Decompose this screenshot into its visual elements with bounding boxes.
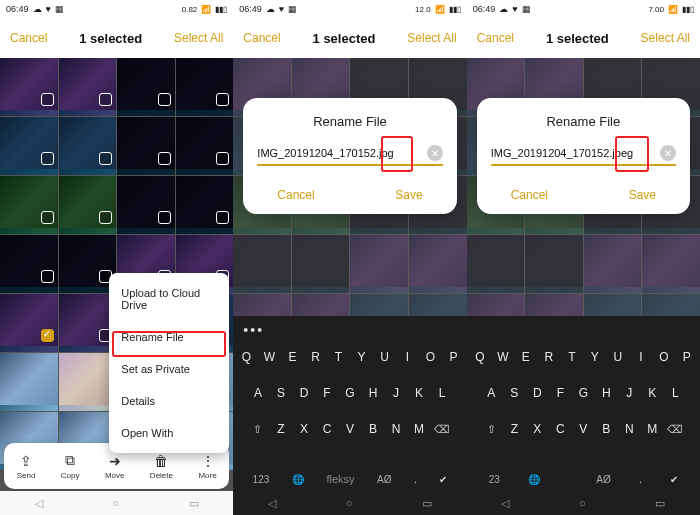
copy-button[interactable]: ⧉Copy [61, 452, 80, 480]
key-enter[interactable]: ✔ [439, 474, 447, 485]
key-h[interactable]: H [361, 378, 384, 408]
key-n[interactable]: N [618, 414, 641, 444]
key-z[interactable]: Z [269, 414, 292, 444]
back-nav[interactable]: ◁ [268, 497, 276, 510]
cancel-button[interactable]: Cancel [243, 31, 280, 45]
key-r[interactable]: R [537, 342, 560, 372]
checkbox[interactable] [99, 211, 112, 224]
modal-cancel-button[interactable]: Cancel [277, 188, 314, 202]
checkbox[interactable] [41, 270, 54, 283]
key-numbers[interactable]: 23 [489, 474, 500, 485]
key-r[interactable]: R [304, 342, 327, 372]
checkbox[interactable] [158, 152, 171, 165]
key-c[interactable]: C [315, 414, 338, 444]
key-enter[interactable]: ✔ [670, 474, 678, 485]
photo-tile[interactable] [117, 176, 175, 234]
key-o[interactable]: O [419, 342, 442, 372]
back-nav[interactable]: ◁ [501, 497, 509, 510]
key-period[interactable]: . [414, 474, 417, 485]
select-all-button[interactable]: Select All [641, 31, 690, 45]
move-button[interactable]: ➜Move [105, 453, 125, 480]
key-v[interactable]: V [572, 414, 595, 444]
recent-nav[interactable]: ▭ [422, 497, 432, 510]
key-b[interactable]: B [361, 414, 384, 444]
home-nav[interactable]: ○ [112, 497, 119, 509]
key-a[interactable]: A [246, 378, 269, 408]
photo-tile[interactable] [117, 58, 175, 116]
photo-tile[interactable] [59, 117, 117, 175]
recent-nav[interactable]: ▭ [655, 497, 665, 510]
select-all-button[interactable]: Select All [174, 31, 223, 45]
key-e[interactable]: E [281, 342, 304, 372]
key-k[interactable]: K [407, 378, 430, 408]
key-y[interactable]: Y [583, 342, 606, 372]
photo-tile[interactable] [59, 235, 117, 293]
key-m[interactable]: M [407, 414, 430, 444]
key-i[interactable]: I [396, 342, 419, 372]
photo-tile[interactable] [59, 176, 117, 234]
checkbox[interactable] [158, 211, 171, 224]
menu-details[interactable]: Details [109, 385, 229, 417]
key-numbers[interactable]: 123 [253, 474, 270, 485]
send-button[interactable]: ⇪Send [17, 453, 36, 480]
photo-tile[interactable] [59, 58, 117, 116]
key-shift[interactable]: ⇧ [246, 414, 269, 444]
menu-upload-cloud[interactable]: Upload to Cloud Drive [109, 277, 229, 321]
key-d[interactable]: D [526, 378, 549, 408]
photo-tile[interactable] [0, 176, 58, 234]
checkbox[interactable] [41, 211, 54, 224]
key-s[interactable]: S [503, 378, 526, 408]
key-q[interactable]: Q [235, 342, 258, 372]
key-x[interactable]: X [526, 414, 549, 444]
key-a[interactable]: A [480, 378, 503, 408]
key-period[interactable]: . [639, 474, 642, 485]
key-w[interactable]: W [491, 342, 514, 372]
delete-button[interactable]: 🗑Delete [150, 453, 173, 480]
photo-tile[interactable] [59, 353, 117, 411]
key-v[interactable]: V [338, 414, 361, 444]
key-p[interactable]: P [675, 342, 698, 372]
modal-cancel-button[interactable]: Cancel [511, 188, 548, 202]
home-nav[interactable]: ○ [346, 497, 353, 509]
key-l[interactable]: L [664, 378, 687, 408]
key-p[interactable]: P [442, 342, 465, 372]
key-g[interactable]: G [338, 378, 361, 408]
key-u[interactable]: U [606, 342, 629, 372]
keyboard-dots-icon[interactable]: ••• [243, 322, 264, 338]
photo-tile[interactable] [176, 117, 234, 175]
photo-tile[interactable] [0, 117, 58, 175]
key-l[interactable]: L [430, 378, 453, 408]
key-f[interactable]: F [549, 378, 572, 408]
key-q[interactable]: Q [468, 342, 491, 372]
menu-set-private[interactable]: Set as Private [109, 353, 229, 385]
checkbox[interactable] [99, 152, 112, 165]
key-ao[interactable]: AØ [596, 474, 610, 485]
key-x[interactable]: X [292, 414, 315, 444]
key-emoji[interactable]: 🌐 [292, 474, 304, 485]
key-z[interactable]: Z [503, 414, 526, 444]
key-ao[interactable]: AØ [377, 474, 391, 485]
key-j[interactable]: J [618, 378, 641, 408]
menu-open-with[interactable]: Open With [109, 417, 229, 449]
key-h[interactable]: H [595, 378, 618, 408]
photo-tile[interactable] [0, 294, 58, 352]
checkbox[interactable] [41, 152, 54, 165]
photo-tile[interactable] [0, 58, 58, 116]
modal-save-button[interactable]: Save [395, 188, 422, 202]
key-u[interactable]: U [373, 342, 396, 372]
key-d[interactable]: D [292, 378, 315, 408]
photo-tile[interactable] [0, 353, 58, 411]
photo-tile[interactable] [0, 235, 58, 293]
checkbox[interactable] [216, 152, 229, 165]
back-nav[interactable]: ◁ [35, 497, 43, 510]
checkbox[interactable] [216, 211, 229, 224]
key-w[interactable]: W [258, 342, 281, 372]
key-m[interactable]: M [641, 414, 664, 444]
clear-icon[interactable]: ✕ [427, 145, 443, 161]
key-f[interactable]: F [315, 378, 338, 408]
checkbox[interactable] [158, 93, 171, 106]
cancel-button[interactable]: Cancel [10, 31, 47, 45]
cancel-button[interactable]: Cancel [477, 31, 514, 45]
checkbox[interactable] [41, 93, 54, 106]
key-b[interactable]: B [595, 414, 618, 444]
